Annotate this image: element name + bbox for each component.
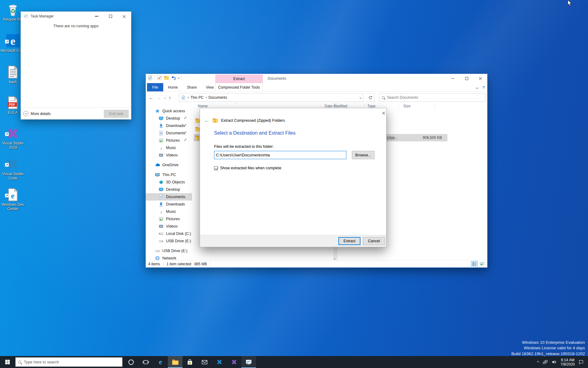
sidebar-item-local-disk-c[interactable]: Local Disk (C:)	[146, 230, 192, 237]
help-icon[interactable]: ?	[482, 85, 485, 90]
close-button[interactable]	[117, 12, 131, 21]
undo-icon[interactable]	[171, 75, 176, 80]
browse-button[interactable]: Browse...	[352, 151, 375, 159]
sidebar-item-desktop[interactable]: Desktop	[146, 115, 192, 122]
hidden-icons-chevron-icon[interactable]	[537, 361, 539, 363]
sidebar-item-onedrive[interactable]: OneDrive	[146, 161, 192, 169]
breadcrumb-documents[interactable]: Documents	[209, 95, 227, 100]
taskbar-task-manager-button[interactable]	[241, 356, 256, 368]
destination-path-input[interactable]	[214, 151, 346, 159]
taskbar-search-input[interactable]	[24, 360, 119, 364]
sidebar-item-documents[interactable]: Documents	[146, 129, 192, 137]
checkmark-icon[interactable]	[157, 75, 162, 80]
sidebar-item-videos-pc[interactable]: Videos	[146, 223, 192, 230]
desktop-icon-visual-studio-code[interactable]: ↗ Visual Studio Code	[0, 157, 26, 180]
extract-button[interactable]: Extract	[338, 237, 360, 245]
sidebar-item-videos[interactable]: Videos	[146, 151, 192, 159]
start-button[interactable]	[0, 356, 15, 368]
taskbar-store-button[interactable]	[183, 356, 197, 368]
tab-share[interactable]: Share	[182, 83, 201, 91]
this-pc-icon	[155, 172, 160, 177]
breadcrumb-this-pc[interactable]: This PC	[190, 95, 204, 100]
tab-file[interactable]: File	[147, 83, 163, 91]
text-document-icon	[6, 65, 20, 79]
recycle-bin-icon	[6, 2, 20, 17]
desktop-icon-windows-dev-center[interactable]: ↗ Windows Dev Center	[0, 188, 26, 211]
taskbar-vscode-button[interactable]	[212, 356, 227, 368]
sidebar-item-pictures-pc[interactable]: Pictures	[146, 215, 192, 223]
maximize-button[interactable]	[460, 74, 473, 83]
close-button[interactable]	[473, 74, 487, 83]
documents-icon	[159, 194, 164, 199]
taskbar-clock[interactable]: 6:14 AM 7/8/2020	[560, 358, 575, 366]
usb-drive-icon	[159, 239, 164, 243]
cortana-button[interactable]	[124, 356, 138, 368]
breadcrumb-chevron-icon[interactable]	[187, 97, 189, 98]
clock-date: 7/8/2020	[560, 362, 575, 366]
expand-ribbon-chevron-icon[interactable]	[476, 86, 478, 89]
desktop[interactable]: Recycle Bin ↗ Microsoft Edge bash EULA ↗…	[0, 0, 588, 368]
tab-compressed-folder-tools[interactable]: Compressed Folder Tools	[215, 83, 263, 92]
breadcrumb-chevron-icon[interactable]	[205, 97, 207, 98]
address-box[interactable]: This PC Documents	[179, 93, 364, 102]
customize-toolbar-chevron-icon[interactable]	[178, 77, 180, 79]
up-button[interactable]: ↑	[169, 95, 171, 100]
action-center-icon[interactable]	[579, 359, 584, 365]
sidebar-item-documents-pc[interactable]: Documents	[146, 193, 192, 201]
task-manager-titlebar[interactable]: Task Manager	[21, 12, 131, 21]
sidebar-item-usb-drive-e[interactable]: USB Drive (E:)	[146, 237, 192, 245]
volume-icon[interactable]	[552, 359, 557, 365]
explorer-titlebar[interactable]: Extract Documents	[146, 74, 487, 83]
selection-size: 885 MB	[194, 262, 207, 266]
maximize-button[interactable]	[104, 12, 117, 21]
thumbnail-view-button[interactable]	[479, 261, 485, 266]
refresh-button[interactable]	[367, 93, 375, 102]
column-header-date-modified[interactable]: Date modified	[325, 104, 347, 108]
sidebar-item-usb-drive-e-root[interactable]: USB Drive (E:)	[146, 247, 192, 255]
new-folder-icon[interactable]	[164, 75, 169, 80]
sidebar-item-downloads[interactable]: Downloads	[146, 122, 192, 129]
taskbar-edge-button[interactable]: e	[153, 356, 168, 368]
cancel-button[interactable]: Cancel	[363, 237, 385, 245]
back-button[interactable]: ←	[149, 95, 153, 100]
address-dropdown-chevron-icon[interactable]	[360, 96, 362, 98]
forward-button[interactable]: →	[156, 95, 161, 100]
taskbar-visual-studio-button[interactable]	[227, 356, 241, 368]
thumbnail-view-icon	[480, 262, 484, 266]
taskbar-search-box[interactable]	[15, 357, 123, 367]
task-view-button[interactable]	[138, 356, 153, 368]
sidebar-item-network[interactable]: Network	[146, 255, 192, 261]
minimize-button[interactable]	[90, 12, 104, 21]
more-details-button[interactable]: More details	[23, 111, 51, 116]
explorer-search-box[interactable]	[379, 93, 485, 102]
details-view-button[interactable]	[471, 261, 478, 266]
desktop-icon-visual-studio-2019[interactable]: ↗ Visual Studio 2019	[0, 126, 26, 150]
column-separator[interactable]	[435, 103, 435, 109]
sidebar-item-quick-access[interactable]: Quick access	[146, 107, 192, 115]
taskbar-mail-button[interactable]	[197, 356, 212, 368]
sidebar-item-downloads-pc[interactable]: Downloads	[146, 201, 192, 208]
network-icon[interactable]	[543, 359, 548, 365]
column-header-name[interactable]: Name	[198, 104, 208, 108]
properties-icon[interactable]	[148, 75, 153, 80]
column-header-size[interactable]: Size	[403, 104, 410, 108]
taskbar-file-explorer-button[interactable]	[168, 356, 183, 368]
search-input[interactable]	[387, 95, 483, 100]
sidebar-item-pictures[interactable]: Pictures	[146, 137, 192, 144]
checked-checkbox[interactable]	[214, 166, 218, 170]
column-header-type[interactable]: Type	[368, 104, 375, 108]
column-separator[interactable]	[398, 103, 399, 109]
sidebar-item-music[interactable]: Music	[146, 144, 192, 151]
end-task-button[interactable]: End task	[104, 110, 129, 118]
back-arrow-icon[interactable]: ←	[204, 118, 209, 123]
show-files-check-row[interactable]: Show extracted files when complete	[214, 166, 281, 170]
minimize-button[interactable]	[446, 74, 460, 83]
sidebar-item-3d-objects[interactable]: 3D Objects	[146, 178, 192, 186]
destination-field-label: Files will be extracted to this folder:	[214, 144, 274, 149]
sidebar-item-this-pc[interactable]: This PC	[146, 171, 192, 178]
sidebar-item-music-pc[interactable]: Music	[146, 208, 192, 215]
recent-locations-chevron-icon[interactable]	[164, 96, 166, 98]
pin-icon	[183, 116, 187, 121]
tab-home[interactable]: Home	[163, 83, 182, 91]
sidebar-item-desktop-pc[interactable]: Desktop	[146, 186, 192, 193]
